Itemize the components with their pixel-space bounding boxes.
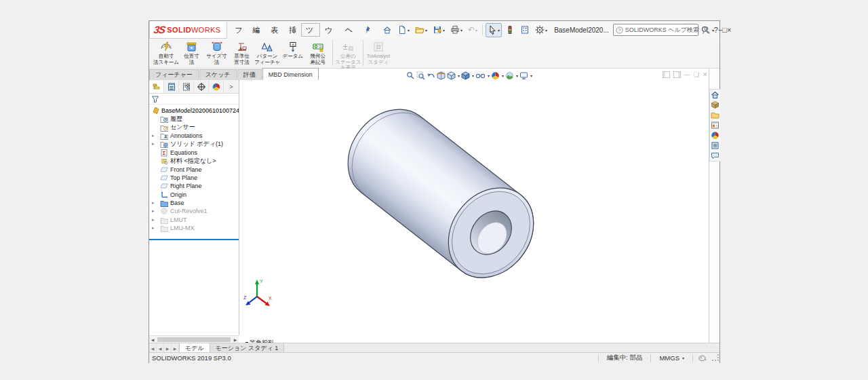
options-gear-button[interactable]: ▾ — [533, 23, 549, 37]
tree-item-履歴[interactable]: 履歴 — [149, 115, 239, 123]
tree-item-Base[interactable]: ▸Base — [149, 199, 239, 207]
sheet-tab-モデル[interactable]: モデル — [179, 343, 210, 353]
view-orientation-caret[interactable]: ▾ — [458, 73, 460, 78]
task-list-button[interactable] — [518, 23, 532, 37]
new-document-button[interactable]: ▾ — [395, 23, 412, 37]
tree-item-Equations[interactable]: ΣEquations — [149, 149, 239, 157]
display-style-caret[interactable]: ▾ — [472, 73, 474, 78]
scroll-left-icon[interactable]: ◀ — [149, 337, 156, 342]
tree-filter-row[interactable] — [149, 94, 239, 104]
panel-tab-dimxpert-manager[interactable] — [194, 81, 209, 93]
menu-ヘルプ(H)[interactable]: ヘルプ(H) — [341, 21, 359, 39]
tree-item-ソリッド ボディ(1)[interactable]: ▸ソリッド ボディ(1) — [149, 140, 239, 148]
scroll-right-icon[interactable]: ▶ — [232, 337, 239, 342]
scrollbar-thumb[interactable] — [157, 337, 231, 342]
menu-編集(E)[interactable]: 編集(E) — [249, 21, 267, 39]
tree-item-LMUT[interactable]: ▸LMUT — [149, 216, 239, 224]
user-account-icon[interactable] — [702, 26, 711, 35]
apply-scene-caret[interactable]: ▾ — [516, 73, 518, 78]
pane-left-icon[interactable] — [663, 71, 670, 78]
task-pane-file-explorer[interactable] — [710, 110, 720, 120]
menu-ファイル(F)[interactable]: ファイル(F) — [231, 21, 249, 39]
task-pane-custom-properties[interactable] — [710, 140, 720, 151]
panel-tabs-more-chevron[interactable]: > — [224, 83, 239, 90]
task-pane-view-palette[interactable] — [710, 120, 720, 130]
pin-icon[interactable] — [363, 25, 372, 35]
edit-appearance-button[interactable] — [491, 71, 500, 80]
view-settings-button[interactable] — [519, 71, 528, 80]
tab-MBD Dimension[interactable]: MBD Dimension — [262, 68, 319, 80]
tree-item-Annotations[interactable]: ▸AAnnotations — [149, 132, 239, 140]
rollback-bar[interactable] — [149, 239, 239, 240]
tags-icon[interactable] — [693, 355, 712, 362]
edit-appearance-caret[interactable]: ▾ — [502, 73, 504, 78]
tab-評価[interactable]: 評価 — [237, 69, 262, 80]
maximize-button[interactable]: □ — [722, 26, 727, 34]
sheet-tab-モーション スタディ 1[interactable]: モーション スタディ 1 — [210, 343, 285, 353]
pattern-feature-button[interactable]: パターンフィーチャ — [254, 39, 280, 65]
location-dimension-button[interactable]: 位置寸法 — [179, 39, 204, 65]
datum-location-dimension-button[interactable]: 基準位置寸法 — [229, 39, 254, 65]
menu-ツール(T)[interactable]: ツール(T) — [301, 23, 320, 37]
pane-right-icon[interactable] — [673, 71, 681, 78]
rebuild-button[interactable] — [503, 23, 517, 37]
filter-funnel-icon[interactable] — [151, 95, 159, 103]
resize-grip[interactable] — [712, 354, 719, 361]
print-button[interactable]: ▾ — [448, 23, 465, 37]
open-button[interactable]: ▾ — [413, 23, 429, 37]
doc-close-icon[interactable]: ✕ — [703, 71, 708, 78]
expand-arrow-icon[interactable]: ▸ — [152, 225, 155, 231]
display-style-button[interactable] — [461, 71, 470, 80]
save-button[interactable]: ▾ — [431, 23, 447, 37]
expand-arrow-icon[interactable]: ▸ — [152, 141, 155, 147]
geometric-tolerance-button[interactable]: 幾何公差記号 — [305, 39, 330, 65]
view-settings-caret[interactable]: ▾ — [530, 73, 532, 78]
units-selector[interactable]: MMGS▾ — [651, 354, 692, 362]
view-orientation-button[interactable] — [447, 71, 456, 80]
tab-スケッチ[interactable]: スケッチ — [199, 69, 237, 80]
tab-フィーチャー[interactable]: フィーチャー — [149, 69, 199, 80]
hide-show-items-button[interactable] — [475, 71, 486, 80]
doc-minimize-icon[interactable]: — — [684, 71, 690, 78]
tree-item-Origin[interactable]: Origin — [149, 191, 239, 199]
datum-button[interactable]: Aデータム — [280, 39, 305, 60]
menu-表示(V)[interactable]: 表示(V) — [267, 21, 285, 39]
task-pane-solidworks-forum[interactable] — [710, 151, 720, 161]
size-dimension-button[interactable]: サイズ寸法 — [204, 39, 229, 65]
model-cylinder[interactable] — [239, 69, 709, 352]
auto-dimension-scheme-button[interactable]: 自動寸法スキーム — [153, 39, 179, 65]
expand-arrow-icon[interactable]: ▸ — [152, 200, 155, 206]
panel-tab-display-manager[interactable] — [209, 81, 224, 93]
task-pane-appearances-scenes[interactable] — [710, 130, 720, 140]
tree-item-Cut-Revolve1[interactable]: ▸Cut-Revolve1 — [149, 207, 239, 215]
panel-tab-configuration-manager[interactable] — [179, 81, 194, 93]
hide-show-items-caret[interactable]: ▾ — [488, 73, 490, 78]
tree-item-センサー[interactable]: センサー — [149, 123, 239, 131]
expand-arrow-icon[interactable]: ▸ — [152, 217, 155, 223]
undo-button[interactable]: ↶▾ — [466, 23, 479, 37]
home-button[interactable] — [380, 23, 394, 37]
previous-view-button[interactable] — [427, 71, 435, 80]
tree-item-Front Plane[interactable]: Front Plane — [149, 165, 239, 173]
panel-tab-property-manager[interactable] — [164, 81, 179, 93]
task-pane-design-library[interactable] — [710, 100, 720, 110]
expand-arrow-icon[interactable]: ▸ — [152, 208, 155, 214]
tree-root-item[interactable]: BaseModel20200610100724 (Default< — [149, 106, 239, 115]
zoom-to-fit-button[interactable] — [406, 71, 415, 80]
last-sheet-icon[interactable]: ▶ — [172, 343, 179, 353]
first-sheet-icon[interactable]: ◀ — [149, 343, 157, 353]
tree-item-Top Plane[interactable]: Top Plane — [149, 174, 239, 182]
apply-scene-button[interactable] — [505, 71, 514, 80]
menu-ウィンドウ(W)[interactable]: ウィンドウ(W) — [321, 21, 341, 39]
next-sheet-icon[interactable]: ▶ — [164, 343, 172, 353]
close-button[interactable]: × — [727, 26, 731, 34]
select-arrow-button[interactable]: ▾ — [486, 23, 502, 37]
expand-arrow-icon[interactable]: ▸ — [152, 133, 155, 138]
help-search-box[interactable]: ? SOLIDWORKS ヘルプ検索 ▾ — [613, 24, 698, 36]
task-pane-resources-home[interactable] — [710, 90, 720, 100]
menu-挿入(I)[interactable]: 挿入(I) — [285, 21, 300, 39]
zoom-to-area-button[interactable] — [416, 71, 425, 80]
tree-item-LMU-MX[interactable]: ▸LMU-MX — [149, 224, 239, 232]
graphics-viewport[interactable]: ▾▾▾▾▾▾ — ❏ ✕ Y X Z 等角投影 — [239, 69, 709, 352]
tree-item-材料 <指定なし>[interactable]: 材料 <指定なし> — [149, 157, 239, 165]
